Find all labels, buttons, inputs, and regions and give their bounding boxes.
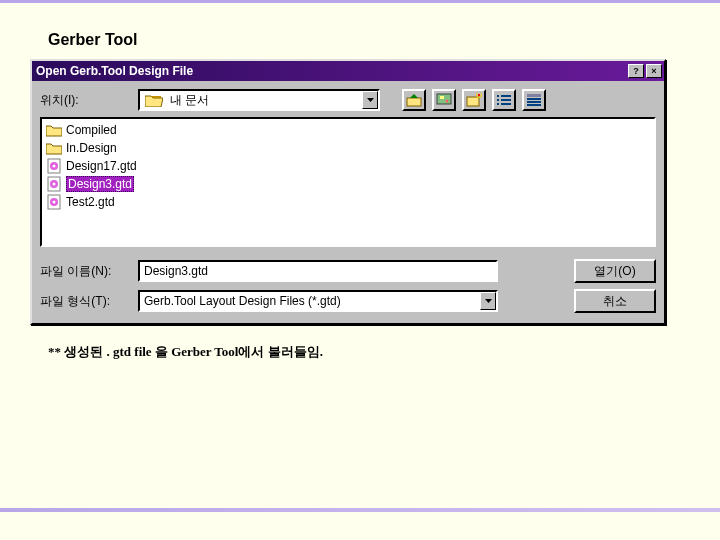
filetype-row: 파일 형식(T): Gerb.Tool Layout Design Files … bbox=[40, 289, 656, 313]
svg-point-30 bbox=[53, 201, 56, 204]
list-item[interactable]: Design3.gtd bbox=[44, 175, 136, 193]
folder-icon bbox=[46, 122, 62, 138]
filetype-combo[interactable]: Gerb.Tool Layout Design Files (*.gtd) bbox=[138, 290, 498, 312]
open-button[interactable]: 열기(O) bbox=[574, 259, 656, 283]
svg-rect-6 bbox=[440, 96, 444, 99]
svg-marker-4 bbox=[410, 94, 418, 98]
svg-rect-19 bbox=[527, 104, 541, 106]
svg-rect-16 bbox=[527, 94, 541, 97]
filename-input[interactable] bbox=[138, 260, 498, 282]
svg-point-24 bbox=[53, 165, 56, 168]
svg-point-7 bbox=[446, 100, 449, 103]
cancel-button[interactable]: 취소 bbox=[574, 289, 656, 313]
open-file-dialog: Open Gerb.Tool Design File ? × 위치(I): bbox=[30, 59, 666, 325]
up-arrow-folder-icon bbox=[406, 93, 422, 107]
list-view-button[interactable] bbox=[492, 89, 516, 111]
filename-row: 파일 이름(N): 열기(O) bbox=[40, 259, 656, 283]
file-name: Compiled bbox=[66, 123, 117, 137]
close-icon: × bbox=[651, 66, 656, 76]
file-list[interactable]: Compiled In.Design Design17.gtd Design3.… bbox=[40, 117, 656, 247]
svg-rect-17 bbox=[527, 98, 541, 100]
list-item[interactable]: In.Design bbox=[44, 139, 119, 157]
list-icon bbox=[497, 94, 511, 106]
details-icon bbox=[527, 94, 541, 106]
location-row: 위치(I): 내 문서 bbox=[40, 89, 656, 111]
svg-rect-18 bbox=[527, 101, 541, 103]
folder-open-icon bbox=[144, 92, 164, 108]
chevron-down-icon[interactable] bbox=[480, 292, 496, 310]
footnote: ** 생성된 . gtd file 을 Gerber Tool에서 불러들임. bbox=[48, 343, 690, 361]
svg-marker-21 bbox=[46, 144, 62, 154]
svg-rect-14 bbox=[497, 103, 499, 105]
open-button-label: 열기(O) bbox=[594, 263, 635, 280]
svg-rect-13 bbox=[501, 99, 511, 101]
close-button[interactable]: × bbox=[646, 64, 662, 78]
gtd-file-icon bbox=[46, 158, 62, 174]
list-item[interactable]: Design17.gtd bbox=[44, 157, 139, 175]
help-icon: ? bbox=[633, 66, 639, 76]
svg-marker-31 bbox=[485, 299, 492, 303]
file-name: Design3.gtd bbox=[66, 176, 134, 192]
location-label: 위치(I): bbox=[40, 92, 138, 109]
new-folder-button[interactable] bbox=[462, 89, 486, 111]
up-one-level-button[interactable] bbox=[402, 89, 426, 111]
filetype-label: 파일 형식(T): bbox=[40, 293, 138, 310]
svg-rect-11 bbox=[501, 95, 511, 97]
chevron-down-icon[interactable] bbox=[362, 91, 378, 109]
filename-label: 파일 이름(N): bbox=[40, 263, 138, 280]
svg-rect-12 bbox=[497, 99, 499, 101]
gtd-file-icon bbox=[46, 176, 62, 192]
svg-marker-2 bbox=[367, 98, 374, 102]
decorative-bottom-bar bbox=[0, 508, 720, 512]
list-item[interactable]: Test2.gtd bbox=[44, 193, 117, 211]
file-name: In.Design bbox=[66, 141, 117, 155]
help-button[interactable]: ? bbox=[628, 64, 644, 78]
location-combo[interactable]: 내 문서 bbox=[138, 89, 380, 111]
filetype-value: Gerb.Tool Layout Design Files (*.gtd) bbox=[140, 294, 480, 308]
svg-rect-10 bbox=[497, 95, 499, 97]
location-value: 내 문서 bbox=[168, 92, 362, 109]
svg-point-27 bbox=[53, 183, 56, 186]
file-name: Design17.gtd bbox=[66, 159, 137, 173]
cancel-button-label: 취소 bbox=[603, 293, 627, 310]
svg-marker-20 bbox=[46, 126, 62, 136]
dialog-title: Open Gerb.Tool Design File bbox=[36, 64, 626, 78]
list-item[interactable]: Compiled bbox=[44, 121, 119, 139]
file-name: Test2.gtd bbox=[66, 195, 115, 209]
dialog-titlebar: Open Gerb.Tool Design File ? × bbox=[32, 61, 664, 81]
section-title: Gerber Tool bbox=[48, 31, 690, 49]
details-view-button[interactable] bbox=[522, 89, 546, 111]
new-folder-icon bbox=[466, 93, 482, 107]
svg-rect-3 bbox=[407, 98, 421, 106]
svg-rect-15 bbox=[501, 103, 511, 105]
slide-background: Gerber Tool Open Gerb.Tool Design File ?… bbox=[0, 0, 720, 540]
folder-icon bbox=[46, 140, 62, 156]
desktop-icon bbox=[436, 93, 452, 107]
svg-rect-8 bbox=[467, 97, 479, 106]
desktop-button[interactable] bbox=[432, 89, 456, 111]
gtd-file-icon bbox=[46, 194, 62, 210]
